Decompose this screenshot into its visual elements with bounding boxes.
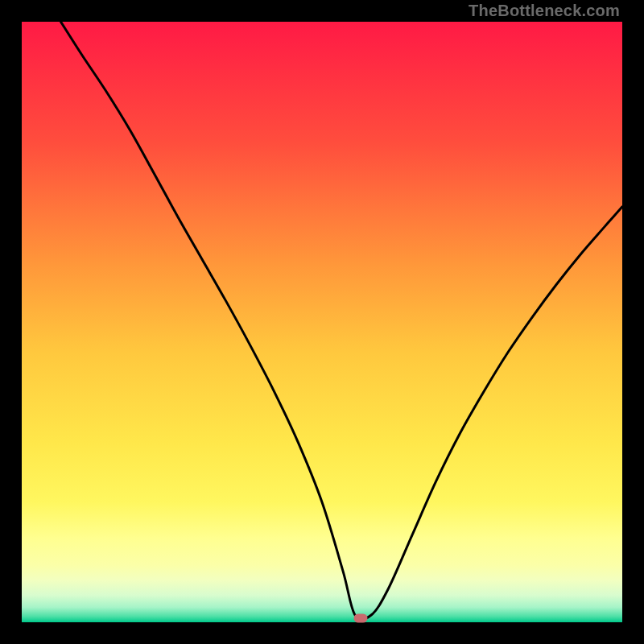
watermark-text: TheBottleneck.com (469, 2, 620, 20)
optimal-point-marker (354, 613, 368, 622)
gradient-background (22, 22, 622, 622)
bottleneck-chart (22, 22, 622, 622)
plot-frame (22, 22, 622, 622)
